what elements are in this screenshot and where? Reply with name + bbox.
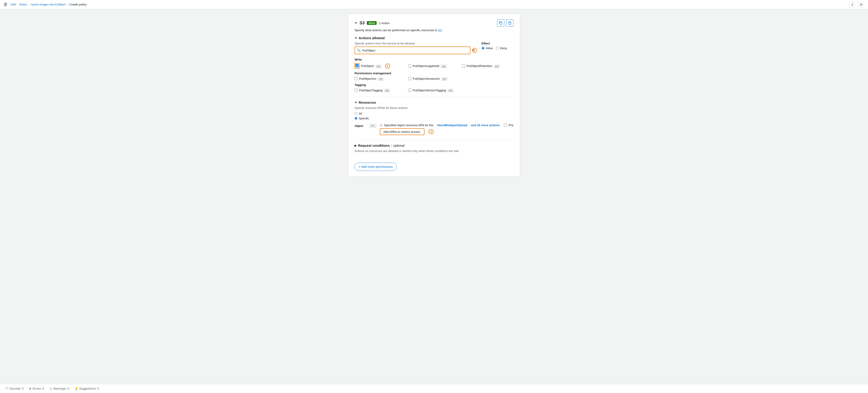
putobjectversiontagging-info-button[interactable]: Info xyxy=(447,88,454,92)
errors-status: ⊗ Errors: 0 xyxy=(29,387,44,390)
svg-rect-0 xyxy=(500,22,502,24)
suggestions-status: 💡 Suggestions: 0 xyxy=(74,387,99,390)
putobjectretention-label: PutObjectRetention xyxy=(467,64,492,68)
policy-card: ▼ S3 Allow 1 Action xyxy=(348,14,520,177)
effect-deny-option[interactable]: Deny xyxy=(496,47,507,50)
step-2-badge: 2 xyxy=(385,64,390,68)
putobjectlegalhold-checkbox[interactable] xyxy=(408,64,411,68)
resource-row: object Info ⚠ Specified object resource … xyxy=(354,123,514,135)
write-group-label: Write xyxy=(354,58,514,61)
conditions-header: ▶ Request conditions – optional xyxy=(354,144,514,147)
search-input-wrapper: 🔍 1 ✕ xyxy=(354,47,477,54)
effect-deny-radio[interactable] xyxy=(496,47,499,50)
search-container: Specify actions from the service to be a… xyxy=(354,42,477,54)
putobjectretention-info-button[interactable]: Info xyxy=(494,64,500,68)
perm-item-putobjecttagging: PutObjectTagging Info xyxy=(354,88,406,92)
permissions-grid: Write PutObject Info 2 PutObjectLegalHol… xyxy=(354,58,514,92)
putobjectversionacl-checkbox[interactable] xyxy=(408,77,411,80)
putobjecttagging-checkbox[interactable] xyxy=(354,89,358,92)
action-search-input[interactable] xyxy=(354,47,470,54)
warnings-status: ⚠ Warnings: 0 xyxy=(50,387,69,390)
putobjectversionacl-info-button[interactable]: Info xyxy=(441,77,448,81)
divider-2 xyxy=(354,139,514,140)
any-resource-label: Any xyxy=(508,123,513,127)
breadcrumb-roles[interactable]: Roles xyxy=(19,3,27,6)
settings-icon[interactable]: ⚙ xyxy=(858,1,864,8)
search-clear-button[interactable]: ✕ xyxy=(472,49,475,52)
perm-item-putobjectversionacl: PutObjectVersionAcl Info xyxy=(408,77,460,81)
conditions-collapse-arrow[interactable]: ▶ xyxy=(354,144,356,147)
breadcrumb-current-page: Create policy xyxy=(69,3,87,6)
effect-allow-radio[interactable] xyxy=(482,47,485,50)
perm-item-putobjectversiontagging: PutObjectVersionTagging Info xyxy=(408,88,460,92)
service-name: S3 xyxy=(360,21,365,26)
tagging-perm-row: PutObjectTagging Info PutObjectVersionTa… xyxy=(354,88,514,92)
actions-allowed-title: Actions allowed xyxy=(359,36,384,40)
errors-label: Errors: 0 xyxy=(33,387,44,390)
arn-warning-area: ⚠ Specified object resource ARN for the … xyxy=(380,123,500,135)
resources-title: Resources xyxy=(359,100,376,104)
conditions-optional-label: – optional xyxy=(391,144,405,147)
perm-item-putobjectlegalhold: PutObjectLegalHold Info xyxy=(408,63,460,69)
warnings-icon: ⚠ xyxy=(50,387,52,390)
add-arns-button[interactable]: Add ARNs to restrict access. xyxy=(380,128,425,135)
resource-specific-label: Specific xyxy=(359,117,369,120)
search-magnifier-icon: 🔍 xyxy=(357,49,361,52)
putobject-info-button[interactable]: Info xyxy=(375,64,382,68)
write-perm-row: PutObject Info 2 PutObjectLegalHold Info… xyxy=(354,63,514,69)
perm-item-putobjectacl: PutObjectAcl Info xyxy=(354,77,406,81)
any-resource-checkbox[interactable] xyxy=(504,123,507,126)
arn-more-actions-link[interactable]: and 32 more actions. xyxy=(471,123,500,127)
add-arns-button-label: Add ARNs to restrict access. xyxy=(383,130,421,133)
resource-specific-radio[interactable] xyxy=(354,117,358,120)
object-resource-label: object xyxy=(354,124,368,128)
breadcrumb-sep-3: › xyxy=(67,3,68,6)
perms-mgmt-perm-row: PutObjectAcl Info PutObjectVersionAcl In… xyxy=(354,77,514,81)
add-permissions-area: + Add more permissions xyxy=(354,158,514,171)
resource-all-radio[interactable] xyxy=(354,112,358,115)
step-3-badge: 3 xyxy=(429,129,434,134)
warning-icon: ⚠ xyxy=(380,123,383,127)
putobjectretention-checkbox[interactable] xyxy=(462,64,465,68)
breadcrumb-role-name[interactable]: resize-image-role-tc2i8wrh xyxy=(31,3,66,6)
putobjectversiontagging-checkbox[interactable] xyxy=(408,89,411,92)
info-circle-icon[interactable]: ℹ xyxy=(849,1,855,8)
collapse-arrow-icon[interactable]: ▼ xyxy=(354,22,357,25)
resource-all-label: All xyxy=(359,112,362,115)
putobjectacl-label: PutObjectAcl xyxy=(359,77,376,81)
resources-desc: Specify resource ARNs for these actions. xyxy=(354,106,514,110)
perm-item-putobject: PutObject Info 2 xyxy=(354,63,406,69)
warnings-label: Warnings: 0 xyxy=(53,387,69,390)
actions-allowed-header: ▼ Actions allowed xyxy=(354,36,514,40)
menu-icon[interactable]: ☰ xyxy=(4,2,7,7)
resource-all-option[interactable]: All xyxy=(354,112,514,115)
service-link[interactable]: S3 xyxy=(438,28,442,32)
arn-warning-text: ⚠ Specified object resource ARN for the … xyxy=(380,123,500,127)
breadcrumb-iam[interactable]: IAM xyxy=(10,3,16,6)
putobject-checkbox[interactable] xyxy=(355,64,359,67)
arn-abort-link[interactable]: AbortMultipartUpload xyxy=(437,123,467,127)
top-bar-icons: ℹ ⚙ xyxy=(849,1,864,8)
main-content-area: ▼ S3 Allow 1 Action xyxy=(342,9,526,181)
resource-radio-group: All Specific xyxy=(354,112,514,120)
putobjectacl-info-button[interactable]: Info xyxy=(377,77,384,81)
object-info-button[interactable]: Info xyxy=(370,124,376,128)
putobjectacl-checkbox[interactable] xyxy=(354,77,358,80)
copy-icon-button[interactable] xyxy=(497,19,504,27)
resources-collapse-arrow[interactable]: ▼ xyxy=(354,101,357,104)
service-title-row: ▼ S3 Allow 1 Action xyxy=(354,21,390,26)
resource-specific-option[interactable]: Specific xyxy=(354,117,514,120)
effect-options: Allow Deny xyxy=(482,47,514,50)
effect-allow-option[interactable]: Allow xyxy=(482,47,493,50)
putobjecttagging-info-button[interactable]: Info xyxy=(384,88,390,92)
actions-collapse-arrow[interactable]: ▼ xyxy=(354,36,357,40)
putobject-label: PutObject xyxy=(361,64,374,68)
suggestions-icon: 💡 xyxy=(74,387,78,390)
effect-panel: Effect Allow Deny xyxy=(482,42,514,50)
add-permissions-button[interactable]: + Add more permissions xyxy=(354,163,397,171)
resources-header: ▼ Resources xyxy=(354,100,514,104)
putobjectlegalhold-info-button[interactable]: Info xyxy=(441,64,447,68)
putobject-checkbox-wrapper xyxy=(354,63,360,69)
delete-icon-button[interactable] xyxy=(506,19,514,27)
breadcrumb-sep-1: › xyxy=(17,3,18,6)
